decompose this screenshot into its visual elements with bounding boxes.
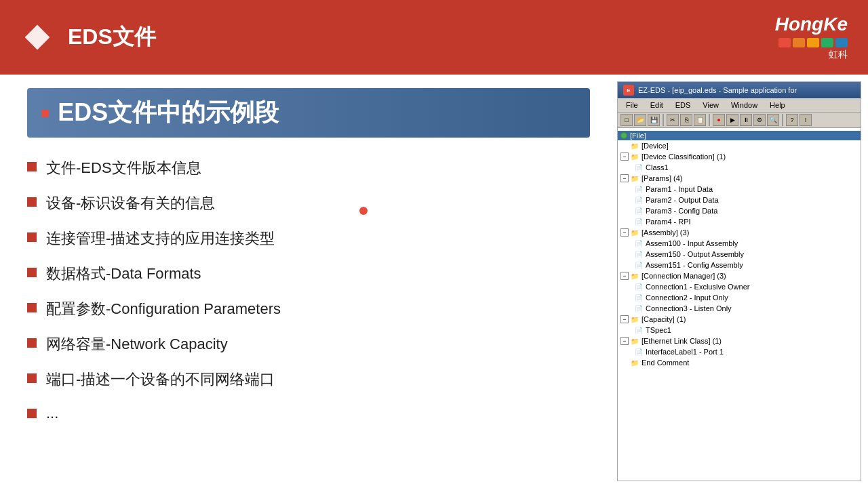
- tree-expand-btn[interactable]: −: [620, 272, 629, 280]
- bullet-text: 设备-标识设备有关的信息: [46, 193, 215, 214]
- toolbar-btn-new[interactable]: □: [620, 114, 633, 126]
- list-item: 设备-标识设备有关的信息: [27, 193, 590, 214]
- toolbar-btn-8[interactable]: !: [800, 114, 812, 126]
- tree-item[interactable]: [File]: [618, 131, 861, 140]
- menu-item-window[interactable]: Window: [726, 100, 763, 110]
- tree-item[interactable]: 📄Param2 - Output Data: [618, 195, 861, 205]
- main-content: ■ EDS文件中的示例段 文件-EDS文件版本信息设备-标识设备有关的信息连接管…: [0, 75, 868, 488]
- tree-item[interactable]: 📄Connection2 - Input Only: [618, 292, 861, 303]
- tree-item[interactable]: −📁[Params] (4): [618, 173, 861, 184]
- file-icon: 📄: [634, 184, 644, 194]
- svg-rect-0: [25, 25, 50, 50]
- tree-item-label: Class1: [646, 163, 669, 171]
- file-icon: 📄: [634, 347, 644, 357]
- folder-icon: 📁: [630, 314, 639, 324]
- ez-tree[interactable]: [File]📁[Device]−📁[Device Classification]…: [618, 128, 861, 481]
- ez-toolbar[interactable]: □ 📂 💾 ✂ ⎘ 📋 ● ▶ ⏸ ⚙ 🔍 ? !: [618, 113, 861, 128]
- tree-item[interactable]: 📁[Device]: [618, 140, 861, 151]
- ez-app-icon: E: [623, 85, 634, 96]
- toolbar-btn-7[interactable]: ?: [786, 114, 798, 126]
- bullet-text: 数据格式-Data Formats: [46, 264, 201, 284]
- header-title: EDS文件: [68, 22, 156, 52]
- tree-item[interactable]: 📄Assem151 - Config Assembly: [618, 260, 861, 270]
- bullet-square-icon: [27, 303, 37, 312]
- toolbar-btn-play[interactable]: ▶: [726, 114, 738, 126]
- tree-item[interactable]: 📁End Comment: [618, 357, 861, 368]
- tree-item-label: [File]: [630, 131, 646, 140]
- logo-text: HongKe: [775, 14, 848, 35]
- tree-item-label: [Capacity] (1): [642, 315, 686, 323]
- list-item: ...: [27, 405, 590, 422]
- bullet-text: 端口-描述一个设备的不同网络端口: [46, 369, 275, 390]
- diamond-icon: [20, 20, 54, 54]
- logo-block-4: [821, 38, 833, 47]
- tree-item[interactable]: 📄Connection1 - Exclusive Owner: [618, 281, 861, 292]
- title-bullet: ■: [41, 104, 50, 122]
- file-icon: 📄: [634, 163, 644, 172]
- tree-expand-btn[interactable]: −: [620, 315, 629, 323]
- folder-icon: 📁: [630, 358, 639, 367]
- menu-item-view[interactable]: View: [697, 100, 724, 110]
- toolbar-btn-paste[interactable]: 📋: [694, 114, 706, 126]
- green-circle-icon: [620, 132, 627, 139]
- bullet-square-icon: [27, 338, 37, 348]
- tree-item-label: End Comment: [642, 359, 689, 367]
- toolbar-btn-save[interactable]: 💾: [648, 114, 660, 126]
- tree-item-label: [Ethernet Link Class] (1): [642, 337, 722, 345]
- folder-icon: 📁: [630, 336, 639, 346]
- toolbar-btn-6[interactable]: 🔍: [767, 114, 779, 126]
- toolbar-btn-open[interactable]: 📂: [634, 114, 646, 126]
- tree-item[interactable]: 📄InterfaceLabel1 - Port 1: [618, 346, 861, 357]
- bullet-text: 网络容量-Network Capacity: [46, 334, 228, 354]
- tree-item[interactable]: 📄Param3 - Config Data: [618, 205, 861, 216]
- toolbar-btn-copy[interactable]: ⎘: [680, 114, 692, 126]
- tree-item-label: Connection1 - Exclusive Owner: [646, 283, 749, 291]
- tree-item[interactable]: 📄Param4 - RPI: [618, 216, 861, 227]
- tree-item[interactable]: 📄Param1 - Input Data: [618, 184, 861, 195]
- menu-item-file[interactable]: File: [620, 100, 644, 110]
- bullet-square-icon: [27, 409, 37, 418]
- bullet-square-icon: [27, 232, 37, 242]
- tree-expand-btn[interactable]: −: [620, 228, 629, 237]
- folder-icon: 📁: [630, 152, 639, 161]
- tree-item[interactable]: 📄Assem150 - Output Assembly: [618, 249, 861, 260]
- toolbar-btn-pause[interactable]: ⏸: [740, 114, 752, 126]
- tree-item[interactable]: −📁[Connection Manager] (3): [618, 270, 861, 281]
- toolbar-btn-5[interactable]: ⚙: [753, 114, 766, 126]
- tree-item-label: [Params] (4): [642, 174, 683, 182]
- tree-item[interactable]: 📄Class1: [618, 162, 861, 173]
- menu-item-help[interactable]: Help: [764, 100, 791, 110]
- tree-item[interactable]: −📁[Ethernet Link Class] (1): [618, 336, 861, 346]
- tree-item-label: Connection3 - Listen Only: [646, 304, 732, 312]
- tree-expand-btn[interactable]: −: [620, 152, 629, 161]
- tree-item-label: Assem150 - Output Assembly: [646, 250, 744, 258]
- tree-item-label: Param4 - RPI: [646, 218, 691, 226]
- bullet-square-icon: [27, 373, 37, 383]
- bullet-square-icon: [27, 197, 37, 207]
- tree-item[interactable]: 📄Assem100 - Input Assembly: [618, 238, 861, 249]
- menu-item-edit[interactable]: Edit: [645, 100, 669, 110]
- tree-item-label: Connection2 - Input Only: [646, 293, 728, 302]
- bullet-square-icon: [27, 268, 37, 277]
- tree-item[interactable]: −📁[Capacity] (1): [618, 314, 861, 325]
- logo-blocks: [778, 38, 848, 47]
- toolbar-sep-3: [782, 114, 783, 126]
- folder-icon: 📁: [630, 141, 639, 150]
- menu-item-eds[interactable]: EDS: [670, 100, 696, 110]
- ez-titlebar: E EZ-EDS - [eip_goal.eds - Sample applic…: [618, 82, 861, 98]
- logo-area: HongKe 虹科: [775, 14, 848, 61]
- logo-block-2: [793, 38, 805, 47]
- bullet-text: ...: [46, 405, 58, 422]
- tree-item[interactable]: −📁[Assembly] (3): [618, 227, 861, 238]
- tree-expand-btn[interactable]: −: [620, 174, 629, 182]
- list-item: 端口-描述一个设备的不同网络端口: [27, 369, 590, 390]
- toolbar-btn-cut[interactable]: ✂: [667, 114, 679, 126]
- tree-expand-btn[interactable]: −: [620, 337, 629, 345]
- tree-item[interactable]: 📄Connection3 - Listen Only: [618, 303, 861, 314]
- tree-item[interactable]: 📄TSpec1: [618, 325, 861, 336]
- ez-titlebar-left: E EZ-EDS - [eip_goal.eds - Sample applic…: [623, 85, 797, 96]
- tree-item-label: [Device Classification] (1): [642, 152, 726, 161]
- tree-item[interactable]: −📁[Device Classification] (1): [618, 151, 861, 162]
- tree-item-label: InterfaceLabel1 - Port 1: [646, 348, 724, 356]
- toolbar-btn-stop[interactable]: ●: [713, 114, 725, 126]
